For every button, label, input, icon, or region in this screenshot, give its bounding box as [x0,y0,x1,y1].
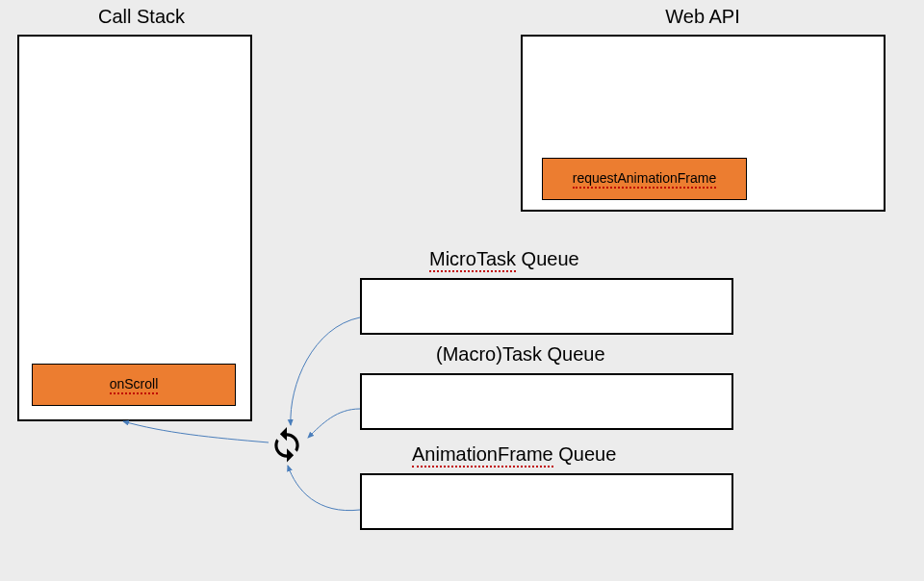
call-stack-box: onScroll [17,35,252,421]
microtask-queue-suffix: Queue [516,248,579,269]
call-stack-title: Call Stack [79,6,204,28]
macrotask-queue-box [360,373,733,430]
animationframe-queue-title: AnimationFrame Queue [412,443,616,466]
microtask-queue-box [360,278,733,335]
animationframe-queue-suffix: Queue [553,443,617,465]
web-api-title: Web API [645,6,760,28]
macrotask-queue-title: (Macro)Task Queue [436,343,605,366]
microtask-queue-prefix: MicroTask [429,248,516,272]
refresh-cycle-icon [269,427,305,464]
microtask-queue-title: MicroTask Queue [429,248,579,270]
animationframe-queue-prefix: AnimationFrame [412,443,553,467]
web-api-box: requestAnimationFrame [521,35,886,212]
call-stack-item-label: onScroll [110,376,159,394]
web-api-item-raf: requestAnimationFrame [542,158,747,200]
animationframe-queue-box [360,473,733,530]
call-stack-item-onscroll: onScroll [32,364,236,406]
web-api-item-label: requestAnimationFrame [573,170,716,189]
